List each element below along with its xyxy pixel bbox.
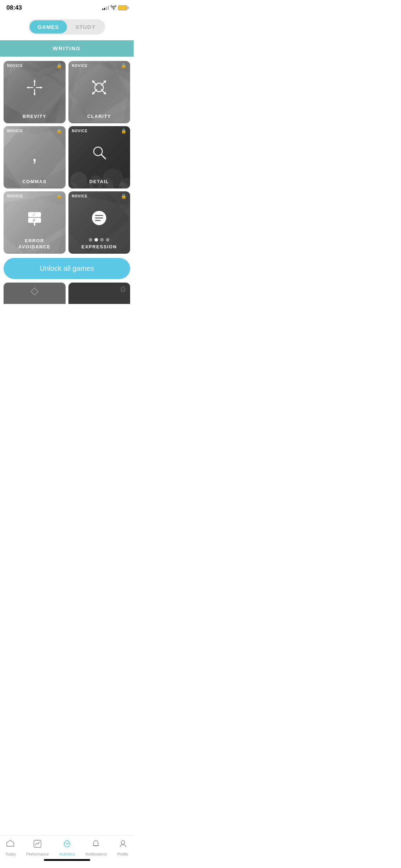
unlock-container: Unlock all games [0,258,134,283]
detail-lock-icon: 🔒 [121,128,127,134]
games-grid: NOVICE 🔒 BREVITY [0,57,134,258]
svg-line-32 [101,154,106,159]
commas-title: COMMAS [4,179,66,185]
svg-text:?: ? [122,288,124,291]
svg-marker-9 [26,86,29,88]
status-time: 08:43 [6,4,22,11]
brevity-title: BREVITY [4,114,66,120]
mode-toggle: GAMES STUDY [29,19,105,35]
commas-icon: , [32,142,37,165]
clarity-title: CLARITY [68,114,130,120]
game-card-commas[interactable]: NOVICE 🔒 , COMMAS [4,126,66,188]
expression-icon [90,209,108,230]
expression-title: EXPRESSION [68,244,130,250]
partial-card-2: ? [68,283,130,304]
partial-row: ? [0,283,134,304]
unlock-all-games-button[interactable]: Unlock all games [4,258,130,279]
svg-text:✗: ✗ [32,218,35,222]
clarity-lock-icon: 🔒 [121,63,127,68]
dot-4 [106,238,109,242]
writing-banner: WRITING [0,40,134,57]
svg-marker-5 [34,79,36,82]
mode-toggle-container: GAMES STUDY [0,19,134,35]
study-tab[interactable]: STUDY [67,20,104,33]
detail-title: DETAIL [68,179,130,185]
writing-label: WRITING [53,45,81,51]
brevity-lock-icon: 🔒 [56,63,62,68]
wifi-icon [110,5,116,11]
game-card-error-avoidance[interactable]: NOVICE 🔒 ✓ ✗ ERROR AVOIDANCE [4,191,66,254]
error-lock-icon: 🔒 [56,193,62,199]
status-icons: ⚡ [102,5,127,11]
commas-level: NOVICE [7,129,23,133]
svg-text:✓: ✓ [32,213,35,217]
expression-dots [89,238,109,242]
game-card-brevity[interactable]: NOVICE 🔒 BREVITY [4,61,66,123]
expression-level: NOVICE [72,194,88,198]
dot-1 [89,238,92,242]
expression-lock-icon: 🔒 [121,193,127,199]
detail-icon [90,144,108,165]
error-avoidance-icon: ✓ ✗ [25,208,44,230]
commas-lock-icon: 🔒 [56,128,62,134]
clarity-icon [90,78,108,100]
error-avoidance-title: ERROR AVOIDANCE [4,238,66,250]
brevity-level: NOVICE [7,64,23,68]
game-card-expression[interactable]: NOVICE 🔒 EXPRESSION [68,191,130,254]
battery-icon: ⚡ [118,5,127,10]
brevity-icon [26,78,43,99]
dot-2 [94,238,98,242]
svg-marker-7 [34,93,36,95]
detail-level: NOVICE [72,129,88,133]
error-level: NOVICE [7,194,23,198]
partial-card-1 [4,283,66,304]
game-card-detail[interactable]: NOVICE 🔒 DETAIL [68,126,130,188]
dot-3 [100,238,104,242]
game-card-clarity[interactable]: NOVICE 🔒 CLARITY [68,61,130,123]
svg-marker-11 [40,86,43,88]
games-tab[interactable]: GAMES [30,20,67,33]
signal-icon [102,6,109,10]
status-bar: 08:43 ⚡ [0,0,134,14]
clarity-level: NOVICE [72,64,88,68]
